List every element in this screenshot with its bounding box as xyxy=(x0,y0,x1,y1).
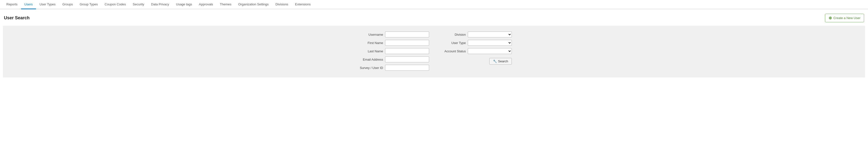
form-row-survey_user_id: Survey / User ID xyxy=(356,65,429,71)
form-row-email: Email Address xyxy=(356,57,429,62)
label-division: Division xyxy=(439,33,466,36)
form-row-last_name: Last Name xyxy=(356,48,429,54)
nav-item-extensions[interactable]: Extensions xyxy=(291,0,314,9)
label-email: Email Address xyxy=(356,58,383,61)
search-button-label: Search xyxy=(498,59,508,63)
nav-item-coupon-codes[interactable]: Coupon Codes xyxy=(101,0,129,9)
nav-item-security[interactable]: Security xyxy=(129,0,148,9)
input-email[interactable] xyxy=(385,57,429,62)
search-btn-row: 🔧 Search xyxy=(439,58,512,65)
label-last_name: Last Name xyxy=(356,50,383,53)
form-row-division: Division xyxy=(439,32,512,37)
label-username: Username xyxy=(356,33,383,36)
form-right: DivisionUser TypeAccount Status 🔧 Search xyxy=(439,32,512,71)
input-last_name[interactable] xyxy=(385,48,429,54)
select-account_status[interactable] xyxy=(468,48,512,54)
form-row-first_name: First Name xyxy=(356,40,429,46)
label-user_type: User Type xyxy=(439,41,466,45)
nav-item-data-privacy[interactable]: Data Privacy xyxy=(148,0,173,9)
page-title: User Search xyxy=(4,16,30,21)
input-username[interactable] xyxy=(385,32,429,37)
nav-item-reports[interactable]: Reports xyxy=(3,0,21,9)
form-row-account_status: Account Status xyxy=(439,48,512,54)
nav-bar: ReportsUsersUser TypesGroupsGroup TypesC… xyxy=(0,0,868,9)
input-first_name[interactable] xyxy=(385,40,429,46)
label-account_status: Account Status xyxy=(439,50,466,53)
nav-item-group-types[interactable]: Group Types xyxy=(76,0,101,9)
page-header: User Search ⊕ Create a New User xyxy=(0,9,868,26)
label-survey_user_id: Survey / User ID xyxy=(356,66,383,70)
nav-item-approvals[interactable]: Approvals xyxy=(195,0,217,9)
search-form: UsernameFirst NameLast NameEmail Address… xyxy=(8,32,860,71)
label-first_name: First Name xyxy=(356,41,383,45)
create-button-label: Create a New User xyxy=(833,16,860,20)
nav-item-usage-tags[interactable]: Usage tags xyxy=(173,0,195,9)
search-button[interactable]: 🔧 Search xyxy=(489,58,512,65)
nav-item-groups[interactable]: Groups xyxy=(59,0,76,9)
select-user_type[interactable] xyxy=(468,40,512,46)
nav-item-users[interactable]: Users xyxy=(21,0,36,9)
form-left: UsernameFirst NameLast NameEmail Address… xyxy=(356,32,429,71)
nav-item-themes[interactable]: Themes xyxy=(217,0,235,9)
form-row-user_type: User Type xyxy=(439,40,512,46)
search-panel: UsernameFirst NameLast NameEmail Address… xyxy=(3,26,865,78)
plus-circle-icon: ⊕ xyxy=(829,16,832,20)
search-icon: 🔧 xyxy=(493,59,497,63)
nav-item-organization-settings[interactable]: Organization Settings xyxy=(235,0,272,9)
input-survey_user_id[interactable] xyxy=(385,65,429,71)
create-new-user-button[interactable]: ⊕ Create a New User xyxy=(825,14,864,22)
nav-item-user-types[interactable]: User Types xyxy=(36,0,59,9)
nav-item-divisions[interactable]: Divisions xyxy=(272,0,291,9)
form-row-username: Username xyxy=(356,32,429,37)
select-division[interactable] xyxy=(468,32,512,37)
